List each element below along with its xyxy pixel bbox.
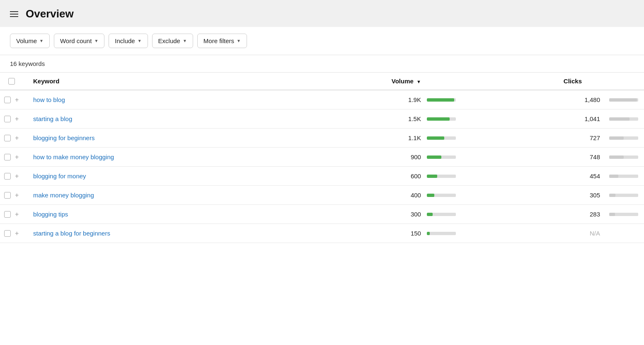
keyword-cell: starting a blog [29,109,308,129]
clicks-bar-th [607,73,644,90]
clicks-bar-bg [609,136,638,140]
row-add-icon[interactable]: + [15,116,19,122]
table-row: + blogging for beginners 1.1K 727 [0,129,644,148]
table-row: + blogging for money 600 454 [0,167,644,186]
keyword-cell: blogging for money [29,167,308,186]
row-checkbox[interactable] [4,116,11,122]
volume-bar-fill [427,155,441,159]
table-header-row: Keyword Volume ▼ Clicks [0,73,644,90]
clicks-bar-bg [609,175,638,178]
table-row: + how to make money blogging 900 748 [0,148,644,167]
more-filters-button[interactable]: More filters ▼ [197,34,247,48]
volume-bar-cell [424,129,458,148]
clicks-bar-cell [607,186,644,205]
keyword-link[interactable]: starting a blog [33,115,72,122]
row-checkbox[interactable] [4,154,11,160]
row-add-icon[interactable]: + [15,135,19,141]
table-row: + make money blogging 400 305 [0,186,644,205]
volume-bar-fill [427,98,455,102]
row-add-icon[interactable]: + [15,230,19,237]
clicks-bar-fill [609,117,629,121]
select-all-th [0,73,29,90]
volume-cell: 1.1K [308,129,424,148]
row-checkbox[interactable] [4,173,11,180]
clicks-bar-bg [609,213,638,216]
volume-cell: 1.9K [308,90,424,109]
clicks-bar-cell [607,224,644,243]
clicks-column-header: Clicks [458,73,607,90]
volume-filter-button[interactable]: Volume ▼ [10,34,50,48]
row-checkbox[interactable] [4,97,11,103]
exclude-filter-chevron-icon: ▼ [183,39,187,43]
volume-bar-fill [427,194,434,197]
clicks-bar-fill [609,155,624,159]
volume-bar-fill [427,175,437,178]
filters-bar: Volume ▼ Word count ▼ Include ▼ Exclude … [0,27,644,55]
row-checkbox[interactable] [4,211,11,218]
volume-bar-cell [424,109,458,129]
exclude-filter-button[interactable]: Exclude ▼ [152,34,193,48]
keyword-link[interactable]: starting a blog for beginners [33,230,110,237]
volume-bar-bg [427,98,456,102]
row-controls-cell: + [0,224,29,243]
clicks-bar-fill [609,175,618,178]
volume-cell: 300 [308,205,424,224]
volume-bar-cell [424,90,458,109]
clicks-cell: 454 [458,167,607,186]
more-filters-label: More filters [203,37,234,44]
clicks-cell: 305 [458,186,607,205]
clicks-bar-cell [607,167,644,186]
row-add-icon[interactable]: + [15,173,19,180]
row-checkbox[interactable] [4,230,11,237]
row-add-icon[interactable]: + [15,154,19,160]
keyword-link[interactable]: make money blogging [33,192,94,199]
row-add-icon[interactable]: + [15,192,19,199]
volume-bar-cell [424,186,458,205]
volume-cell: 600 [308,167,424,186]
keyword-link[interactable]: how to make money blogging [33,153,114,160]
word-count-filter-button[interactable]: Word count ▼ [54,34,104,48]
exclude-filter-label: Exclude [158,37,180,44]
word-count-filter-chevron-icon: ▼ [94,39,98,43]
volume-cell: 150 [308,224,424,243]
keyword-link[interactable]: how to blog [33,96,65,103]
keyword-link[interactable]: blogging for money [33,172,86,180]
volume-bar-fill [427,213,433,216]
row-add-icon[interactable]: + [15,97,19,103]
clicks-bar-bg [609,155,638,159]
menu-icon[interactable] [8,10,20,19]
page-title: Overview [26,7,74,20]
volume-bar-bg [427,194,456,197]
clicks-cell: 1,480 [458,90,607,109]
volume-bar-fill [427,136,444,140]
include-filter-label: Include [115,37,135,44]
select-all-checkbox[interactable] [8,78,15,85]
row-checkbox[interactable] [4,192,11,199]
volume-bar-bg [427,213,456,216]
clicks-bar-cell [607,148,644,167]
row-add-icon[interactable]: + [15,211,19,218]
header: Overview [0,0,644,27]
volume-bar-fill [427,117,450,121]
row-controls-cell: + [0,186,29,205]
volume-filter-label: Volume [16,37,37,44]
clicks-bar-fill [609,194,615,197]
include-filter-button[interactable]: Include ▼ [109,34,148,48]
table-row: + blogging tips 300 283 [0,205,644,224]
volume-column-header[interactable]: Volume ▼ [308,73,424,90]
keyword-link[interactable]: blogging tips [33,211,68,218]
volume-bar-bg [427,117,456,121]
clicks-bar-bg [609,117,638,121]
clicks-bar-fill [609,213,615,216]
clicks-bar-fill [609,136,624,140]
row-checkbox[interactable] [4,135,11,141]
keywords-table: Keyword Volume ▼ Clicks [0,73,644,243]
keyword-cell: starting a blog for beginners [29,224,308,243]
volume-bar-th [424,73,458,90]
table-row: + how to blog 1.9K 1,480 [0,90,644,109]
volume-bar-bg [427,136,456,140]
keyword-link[interactable]: blogging for beginners [33,134,94,141]
word-count-filter-label: Word count [60,37,92,44]
row-controls-cell: + [0,129,29,148]
volume-bar-bg [427,155,456,159]
